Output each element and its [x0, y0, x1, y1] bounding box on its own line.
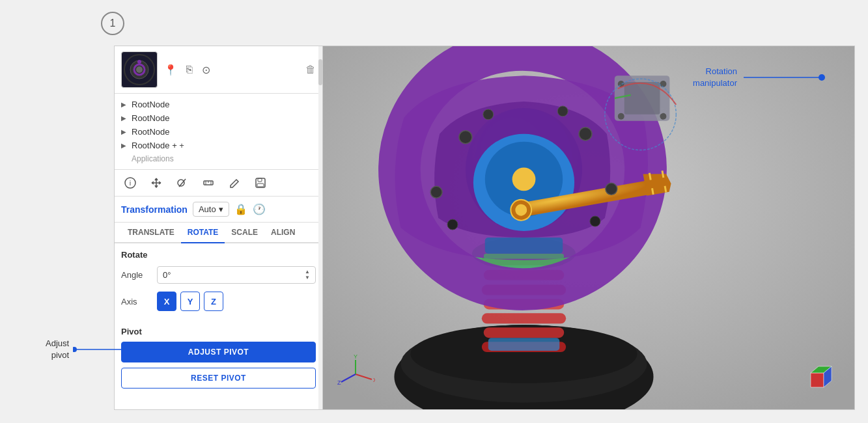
svg-point-34 — [512, 167, 536, 191]
spinner-up[interactable]: ▲ — [305, 269, 310, 275]
rotate-title: Rotate — [121, 250, 316, 260]
adjust-pivot-button[interactable]: ADJUST PIVOT — [121, 342, 316, 362]
tab-scale[interactable]: SCALE — [225, 223, 264, 243]
rotate-section: Rotate Angle 0° ▲ ▼ Axis — [115, 243, 322, 325]
orientation-cube — [804, 360, 838, 396]
svg-text:X: X — [373, 377, 375, 383]
thumbnail-icons: 📍 ⎘ ⊙ 🗑 — [164, 64, 316, 76]
scrollbar[interactable] — [318, 46, 322, 409]
axis-z-button[interactable]: Z — [204, 292, 223, 311]
tree-node-applications[interactable]: Applications — [115, 152, 322, 165]
angle-label: Angle — [121, 270, 157, 280]
tree-label-1: RootNode — [132, 100, 170, 109]
auto-dropdown[interactable]: Auto ▾ — [193, 202, 229, 217]
step-number-label: 1 — [110, 18, 116, 29]
svg-point-40 — [430, 186, 442, 198]
axis-row: Axis X Y Z — [121, 292, 316, 311]
dropdown-chevron: ▾ — [219, 204, 223, 214]
svg-rect-54 — [484, 254, 564, 259]
tab-translate[interactable]: TRANSLATE — [121, 223, 181, 243]
tree-arrow-2: ▶ — [121, 115, 129, 122]
axis-indicator-svg: X Y Z — [336, 355, 375, 394]
svg-point-68 — [73, 347, 77, 352]
svg-line-59 — [356, 374, 372, 379]
auto-label: Auto — [199, 204, 216, 214]
tree-label-4: RootNode + — [132, 141, 184, 150]
tab-align[interactable]: ALIGN — [264, 223, 301, 243]
info-icon-btn[interactable]: i — [121, 174, 139, 192]
svg-text:Z: Z — [337, 379, 341, 386]
axis-x-button[interactable]: X — [157, 292, 176, 311]
viewport[interactable]: Rotation manipulator X Y Z — [323, 46, 854, 409]
svg-point-44 — [483, 109, 494, 120]
delete-icon[interactable]: 🗑 — [305, 64, 316, 75]
pivot-callout-text: Adjust pivot — [46, 338, 69, 361]
svg-point-49 — [660, 81, 666, 87]
svg-point-50 — [618, 113, 624, 120]
clock-icon[interactable]: 🕐 — [253, 203, 266, 215]
svg-point-2 — [136, 66, 143, 73]
lock-icon[interactable]: 🔒 — [234, 203, 247, 215]
tree-label-3: RootNode — [132, 127, 170, 137]
toolbar-row: i — [115, 170, 322, 197]
thumbnail-row: 📍 ⎘ ⊙ 🗑 — [115, 46, 322, 94]
svg-rect-47 — [624, 82, 660, 115]
3d-scene — [323, 46, 854, 409]
tree-label-2: RootNode — [132, 113, 170, 123]
svg-rect-25 — [484, 327, 564, 338]
axis-y-button[interactable]: Y — [180, 292, 200, 311]
left-panel: 📍 ⎘ ⊙ 🗑 ▶ RootNode ▶ RootNode ▶ — [115, 46, 323, 409]
sub-tabs: TRANSLATE ROTATE SCALE ALIGN — [115, 223, 322, 243]
svg-line-63 — [341, 374, 356, 382]
angle-spinner[interactable]: ▲ ▼ — [305, 269, 310, 280]
axis-indicator: X Y Z — [336, 355, 375, 396]
step-number: 1 — [101, 12, 124, 35]
tree-node-3[interactable]: ▶ RootNode — [115, 125, 322, 139]
svg-point-51 — [660, 113, 666, 120]
measure-icon-btn[interactable] — [199, 174, 217, 192]
transformation-label[interactable]: Transformation — [121, 204, 188, 215]
copy-icon[interactable]: ⎘ — [186, 64, 193, 75]
svg-rect-15 — [257, 184, 264, 187]
rotation-callout: Rotation manipulator — [693, 66, 828, 89]
location-icon[interactable]: 📍 — [164, 64, 177, 76]
pivot-callout-line — [73, 345, 132, 354]
spinner-down[interactable]: ▼ — [305, 275, 310, 280]
adjust-pivot-callout: Adjust pivot — [46, 338, 132, 361]
reset-pivot-button[interactable]: RESET PIVOT — [121, 368, 316, 389]
orientation-cube-svg — [804, 360, 838, 394]
svg-point-4 — [137, 60, 141, 64]
pivot-section: Pivot ADJUST PIVOT RESET PIVOT — [115, 325, 322, 400]
svg-point-38 — [459, 131, 472, 144]
axis-label: Axis — [121, 297, 157, 307]
svg-marker-65 — [811, 373, 824, 387]
svg-point-43 — [590, 216, 600, 226]
svg-rect-55 — [485, 238, 563, 254]
tree-node-2[interactable]: ▶ RootNode — [115, 111, 322, 125]
save-icon-btn[interactable] — [251, 174, 270, 192]
tree-node-1[interactable]: ▶ RootNode — [115, 98, 322, 111]
axis-buttons: X Y Z — [157, 292, 223, 311]
svg-rect-56 — [488, 338, 559, 351]
thumbnail — [121, 51, 158, 88]
rotation-callout-text: Rotation manipulator — [693, 66, 737, 89]
edit-icon-btn[interactable] — [225, 174, 244, 192]
tree-node-4[interactable]: ▶ RootNode + — [115, 139, 322, 152]
scrollbar-thumb[interactable] — [318, 59, 322, 85]
tab-rotate[interactable]: ROTATE — [181, 223, 225, 243]
svg-text:i: i — [130, 179, 131, 187]
svg-point-41 — [606, 183, 617, 195]
transform-header: Transformation Auto ▾ 🔒 🕐 — [115, 197, 322, 223]
pivot-title: Pivot — [121, 327, 316, 336]
svg-point-45 — [557, 106, 568, 116]
intersect-icon-btn[interactable] — [173, 174, 191, 192]
tree-label-applications: Applications — [132, 154, 174, 163]
target-icon[interactable]: ⊙ — [202, 64, 210, 76]
svg-point-42 — [447, 219, 458, 230]
tree-arrow-1: ▶ — [121, 101, 129, 108]
angle-value: 0° — [163, 270, 171, 280]
tree-arrow-4: ▶ — [121, 142, 129, 149]
move-icon-btn[interactable] — [147, 174, 165, 192]
svg-rect-24 — [482, 313, 566, 323]
tree-section: ▶ RootNode ▶ RootNode ▶ RootNode ▶ RootN… — [115, 94, 322, 170]
